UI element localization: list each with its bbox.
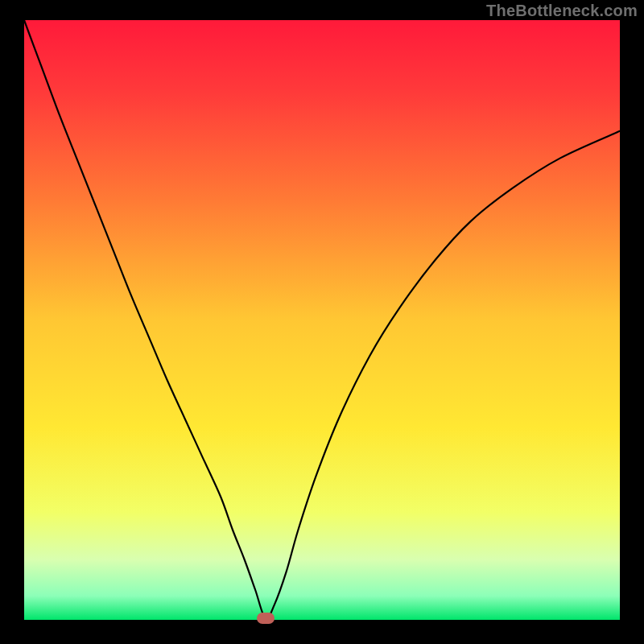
- optimal-point-marker: [257, 613, 275, 624]
- chart-frame: TheBottleneck.com: [0, 0, 644, 644]
- bottleneck-chart: [0, 0, 644, 644]
- watermark-text: TheBottleneck.com: [486, 2, 638, 20]
- plot-background: [24, 20, 620, 620]
